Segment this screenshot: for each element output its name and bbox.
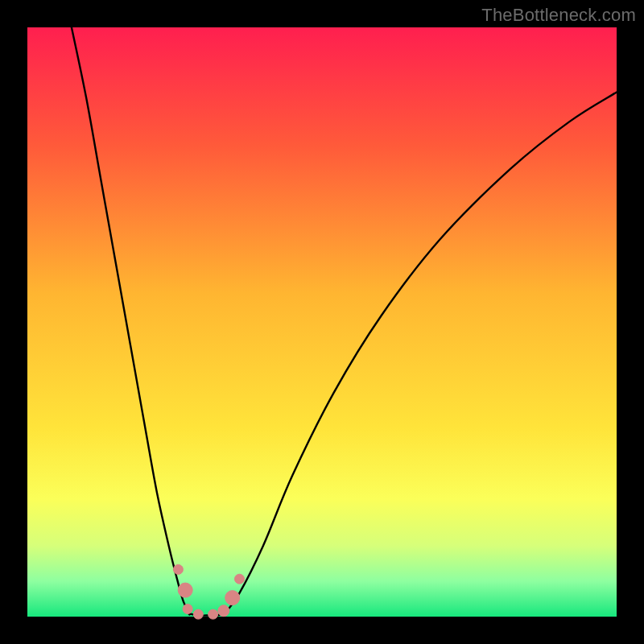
marker-point [173,564,183,574]
marker-point [193,609,203,619]
bottleneck-curve [72,27,617,616]
watermark-text: TheBottleneck.com [481,5,636,26]
marker-group [173,564,244,619]
marker-point [235,574,245,584]
marker-point [218,605,229,617]
plot-area [27,27,617,617]
marker-point [208,609,218,619]
marker-point [225,591,240,605]
marker-point [178,583,192,597]
marker-point [183,605,192,614]
curve-svg [27,27,617,617]
frame: TheBottleneck.com [0,0,644,644]
